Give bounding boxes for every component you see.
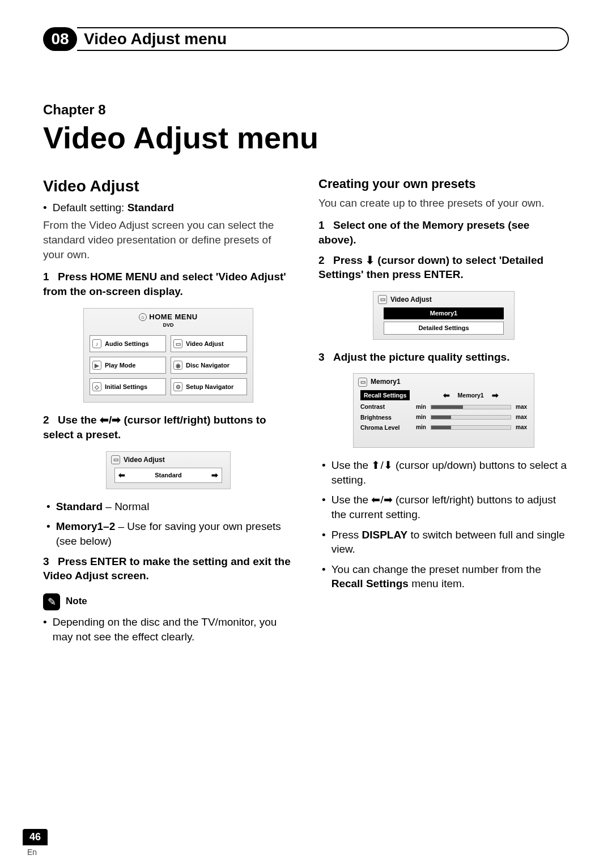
setting-label: Brightness xyxy=(360,413,411,421)
step-number: 3 xyxy=(43,554,58,569)
bullet-icon xyxy=(322,458,326,487)
bullet-icon xyxy=(322,493,326,521)
intro-text: From the Video Adjust screen you can sel… xyxy=(43,218,294,262)
default-setting-row: Default setting: Standard xyxy=(43,200,294,215)
step-number: 2 xyxy=(318,253,333,268)
max-label: max xyxy=(516,403,527,411)
va-detailed-row[interactable]: Detailed Settings xyxy=(384,322,504,335)
menu-disc-navigator[interactable]: ◉Disc Navigator xyxy=(171,357,247,374)
left-column: Video Adjust Default setting: Standard F… xyxy=(43,176,294,647)
subsection-heading: Creating your own presets xyxy=(318,176,569,193)
step-text: Select one of the Memory presets (see ab… xyxy=(318,219,529,246)
down-arrow-icon: ⬇ xyxy=(366,254,375,266)
step-2: 2Use the ⬅/➡ (cursor left/right) buttons… xyxy=(43,413,294,442)
left-arrow-icon: ⬅ xyxy=(371,494,380,506)
left-arrow-icon[interactable]: ⬅ xyxy=(118,470,125,481)
menu-initial-settings[interactable]: ◇Initial Settings xyxy=(90,378,166,395)
header-title-frame: Video Adjust menu xyxy=(77,27,569,51)
va-title: ▭ Video Adjust xyxy=(373,292,514,305)
audio-icon: ♪ xyxy=(92,339,101,348)
contrast-row[interactable]: Contrast min max xyxy=(354,401,534,412)
va-memory-row[interactable]: Memory1 xyxy=(384,307,504,319)
main-title: Video Adjust menu xyxy=(43,120,569,155)
step-1: 1Select one of the Memory presets (see a… xyxy=(318,218,569,247)
video-icon: ▭ xyxy=(173,339,182,348)
preset-desc: – Normal xyxy=(103,501,149,512)
disc-icon: ◉ xyxy=(173,361,182,370)
video-adjust-detailed-screenshot: ▭ Video Adjust Memory1 Detailed Settings xyxy=(373,291,515,340)
down-arrow-icon: ⬇ xyxy=(384,459,393,471)
chroma-row[interactable]: Chroma Level min max xyxy=(354,422,534,433)
va-title: ▭ Video Adjust xyxy=(107,452,230,465)
min-label: min xyxy=(416,413,426,421)
step-number: 1 xyxy=(43,270,58,284)
va-preset-selector[interactable]: ⬅ Standard ➡ xyxy=(114,468,222,483)
tip-1: Use the ⬆/⬇ (cursor up/down) buttons to … xyxy=(322,458,569,487)
preset-label: Memory1–2 xyxy=(56,520,116,532)
recall-settings-row[interactable]: Recall Settings ⬅ Memory1 ➡ xyxy=(354,389,534,402)
mem-title: ▭ Memory1 xyxy=(354,374,534,388)
recall-value: Memory1 xyxy=(458,391,484,399)
chroma-slider[interactable] xyxy=(431,425,511,430)
step-2: 2Press ⬇ (cursor down) to select 'Detail… xyxy=(318,253,569,282)
memory-settings-screenshot: ▭ Memory1 Recall Settings ⬅ Memory1 ➡ Co… xyxy=(353,373,534,448)
menu-audio-settings[interactable]: ♪Audio Settings xyxy=(90,335,166,352)
home-menu-screenshot: ⌂HOME MENU DVD ♪Audio Settings ▭Video Ad… xyxy=(83,308,253,403)
bullet-icon xyxy=(43,200,47,215)
max-label: max xyxy=(516,413,527,421)
home-menu-title: ⌂HOME MENU xyxy=(84,309,253,322)
left-arrow-icon[interactable]: ⬅ xyxy=(443,390,450,401)
step-text: Press HOME MENU and select 'Video Adjust… xyxy=(43,271,286,297)
header-title: Video Adjust menu xyxy=(84,30,227,48)
bullet-icon xyxy=(322,562,326,591)
step-text: Press ENTER to make the setting and exit… xyxy=(43,555,291,582)
bullet-icon xyxy=(46,499,50,514)
bullet-icon xyxy=(322,528,326,557)
tip-2: Use the ⬅/➡ (cursor left/right) buttons … xyxy=(322,493,569,521)
default-prefix: Default setting: xyxy=(53,202,128,213)
page-language: En xyxy=(27,848,37,857)
menu-setup-navigator[interactable]: ⚙Setup Navigator xyxy=(171,378,247,395)
right-arrow-icon: ➡ xyxy=(112,414,121,426)
min-label: min xyxy=(416,403,426,411)
step-text: Adjust the picture quality settings. xyxy=(333,351,509,363)
bullet-icon xyxy=(46,519,50,548)
step-number: 1 xyxy=(318,218,333,233)
up-arrow-icon: ⬆ xyxy=(371,459,380,471)
setting-label: Contrast xyxy=(360,403,411,411)
play-icon: ▶ xyxy=(92,361,101,370)
right-arrow-icon[interactable]: ➡ xyxy=(211,470,218,481)
right-arrow-icon: ➡ xyxy=(384,494,393,506)
brightness-slider[interactable] xyxy=(431,415,511,420)
page-header: 08 Video Adjust menu xyxy=(43,27,569,51)
default-value: Standard xyxy=(128,202,174,213)
right-arrow-icon[interactable]: ➡ xyxy=(492,390,499,401)
note-text-row: Depending on the disc and the TV/monitor… xyxy=(43,615,294,644)
preset-standard: Standard – Normal xyxy=(46,499,294,514)
preset-memory: Memory1–2 – Use for saving your own pres… xyxy=(46,519,294,548)
contrast-slider[interactable] xyxy=(431,405,511,409)
page-number: 46 xyxy=(23,829,48,845)
note-text: Depending on the disc and the TV/monitor… xyxy=(53,615,294,644)
home-menu-sub: DVD xyxy=(84,322,253,332)
min-label: min xyxy=(416,424,426,431)
setting-label: Chroma Level xyxy=(360,424,411,431)
chapter-number-pill: 08 xyxy=(43,27,77,51)
tip-4: You can change the preset number from th… xyxy=(322,562,569,591)
step-number: 3 xyxy=(318,350,333,365)
right-column: Creating your own presets You can create… xyxy=(318,176,569,647)
max-label: max xyxy=(516,424,527,431)
brightness-row[interactable]: Brightness min max xyxy=(354,412,534,422)
menu-video-adjust[interactable]: ▭Video Adjust xyxy=(171,335,247,352)
preset-label: Standard xyxy=(56,501,103,512)
video-icon: ▭ xyxy=(358,378,367,387)
chapter-label: Chapter 8 xyxy=(43,102,569,118)
va-preset-value: Standard xyxy=(155,471,182,480)
video-icon: ▭ xyxy=(378,295,387,304)
step-1: 1Press HOME MENU and select 'Video Adjus… xyxy=(43,270,294,298)
menu-play-mode[interactable]: ▶Play Mode xyxy=(90,357,166,374)
settings-icon: ◇ xyxy=(92,382,101,391)
step-text-a: Press xyxy=(333,254,366,266)
step-3: 3Press ENTER to make the setting and exi… xyxy=(43,554,294,583)
tip-3: Press DISPLAY to switch between full and… xyxy=(322,528,569,557)
